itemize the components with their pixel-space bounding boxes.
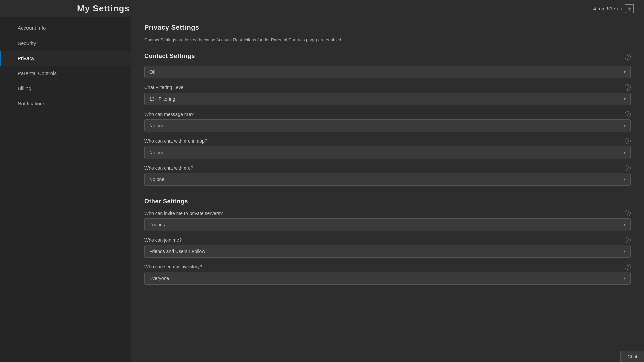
header-bar: My Settings 4 min 51 sec ⊞: [0, 0, 644, 15]
sidebar-label-security: Security: [18, 40, 36, 46]
who-message-dropdown[interactable]: No one ▾: [144, 119, 631, 132]
who-join-label: Who can join me?: [144, 237, 182, 243]
sidebar-label-parental-controls: Parental Controls: [18, 70, 57, 76]
chat-filtering-value: 13+ Filtering: [149, 96, 175, 102]
chat-filtering-label-row: Chat Filtering Level ?: [144, 84, 631, 90]
sidebar-item-privacy[interactable]: Privacy: [0, 51, 131, 66]
timer-area: 4 min 51 sec ⊞: [593, 4, 634, 13]
timer-icon-glyph: ⊞: [627, 5, 632, 12]
who-join-help-icon[interactable]: ?: [625, 237, 631, 243]
who-inventory-value: Everyone: [149, 276, 169, 281]
who-invite-section: Who can invite me to private servers? ? …: [144, 210, 631, 231]
who-inventory-help-icon[interactable]: ?: [625, 264, 631, 270]
settings-divider: [144, 192, 631, 192]
chat-filtering-section: Chat Filtering Level ? 13+ Filtering ▾: [144, 84, 631, 105]
who-invite-label-row: Who can invite me to private servers? ?: [144, 210, 631, 216]
who-join-dropdown[interactable]: Friends and Users I Follow ▾: [144, 245, 631, 258]
page-title: My Settings: [77, 3, 130, 14]
who-invite-label: Who can invite me to private servers?: [144, 210, 223, 216]
who-inventory-label: Who can see my inventory?: [144, 264, 202, 269]
who-chat-dropdown[interactable]: No one ▾: [144, 173, 631, 186]
warning-text: Contact Settings are locked because Acco…: [144, 37, 631, 43]
contact-settings-dropdown[interactable]: Off ▾: [144, 66, 631, 78]
who-join-value: Friends and Users I Follow: [149, 249, 205, 254]
who-join-arrow: ▾: [624, 249, 626, 254]
who-invite-dropdown[interactable]: Friends ▾: [144, 218, 631, 231]
contact-settings-value: Off: [149, 69, 155, 75]
chat-button-label: Chat: [627, 354, 637, 359]
who-chat-app-label-row: Who can chat with me in app? ?: [144, 138, 631, 144]
contact-settings-section: Contact Settings ? Off ▾: [144, 50, 631, 78]
contact-settings-label-row: Contact Settings ?: [144, 50, 631, 64]
who-inventory-arrow: ▾: [624, 276, 626, 281]
who-chat-help-icon[interactable]: ?: [625, 165, 631, 171]
who-chat-label: Who can chat with me?: [144, 165, 193, 171]
who-message-section: Who can message me? ? No one ▾: [144, 111, 631, 132]
sidebar-label-notifications: Notifications: [18, 101, 45, 106]
sidebar-label-billing: Billing: [18, 85, 31, 91]
who-message-arrow: ▾: [624, 123, 626, 128]
timer-icon: ⊞: [625, 4, 634, 13]
contact-settings-arrow: ▾: [624, 70, 626, 74]
chat-filtering-label: Chat Filtering Level: [144, 85, 185, 90]
who-message-label: Who can message me?: [144, 112, 194, 117]
who-chat-app-value: No one: [149, 150, 164, 155]
other-settings-title: Other Settings: [144, 198, 631, 205]
chat-filtering-dropdown[interactable]: 13+ Filtering ▾: [144, 93, 631, 105]
who-message-value: No one: [149, 123, 164, 128]
timer-text: 4 min 51 sec: [593, 6, 622, 11]
who-inventory-section: Who can see my inventory? ? Everyone ▾: [144, 264, 631, 285]
who-chat-app-section: Who can chat with me in app? ? No one ▾: [144, 138, 631, 159]
who-invite-value: Friends: [149, 222, 165, 227]
who-chat-label-row: Who can chat with me? ?: [144, 165, 631, 171]
who-invite-arrow: ▾: [624, 222, 626, 227]
sidebar-item-billing[interactable]: Billing: [0, 81, 131, 96]
sidebar-item-security[interactable]: Security: [0, 36, 131, 51]
content-area: Privacy Settings Contact Settings are lo…: [131, 17, 644, 362]
who-chat-section: Who can chat with me? ? No one ▾: [144, 165, 631, 186]
page-wrapper: My Settings 4 min 51 sec ⊞ Account Info …: [0, 0, 644, 362]
who-chat-app-help-icon[interactable]: ?: [625, 138, 631, 144]
who-chat-value: No one: [149, 177, 164, 182]
sidebar: Account Info Security Privacy Parental C…: [0, 17, 131, 362]
contact-settings-help-icon[interactable]: ?: [625, 54, 631, 60]
sidebar-item-notifications[interactable]: Notifications: [0, 96, 131, 111]
who-inventory-dropdown[interactable]: Everyone ▾: [144, 272, 631, 285]
contact-settings-title: Contact Settings: [144, 53, 195, 60]
privacy-settings-title: Privacy Settings: [144, 24, 631, 32]
chat-button[interactable]: Chat: [620, 351, 644, 362]
who-chat-arrow: ▾: [624, 177, 626, 182]
sidebar-item-account-info[interactable]: Account Info: [0, 20, 131, 36]
who-chat-app-dropdown[interactable]: No one ▾: [144, 146, 631, 159]
main-layout: Account Info Security Privacy Parental C…: [0, 15, 644, 362]
who-join-label-row: Who can join me? ?: [144, 237, 631, 243]
who-join-section: Who can join me? ? Friends and Users I F…: [144, 237, 631, 258]
who-message-help-icon[interactable]: ?: [625, 111, 631, 117]
who-chat-app-arrow: ▾: [624, 150, 626, 155]
who-inventory-label-row: Who can see my inventory? ?: [144, 264, 631, 270]
chat-filtering-arrow: ▾: [624, 97, 626, 101]
sidebar-item-parental-controls[interactable]: Parental Controls: [0, 66, 131, 81]
who-invite-help-icon[interactable]: ?: [625, 210, 631, 216]
who-message-label-row: Who can message me? ?: [144, 111, 631, 117]
sidebar-label-account-info: Account Info: [18, 25, 46, 31]
who-chat-app-label: Who can chat with me in app?: [144, 138, 207, 144]
sidebar-label-privacy: Privacy: [18, 55, 34, 61]
chat-filtering-help-icon[interactable]: ?: [625, 84, 631, 90]
